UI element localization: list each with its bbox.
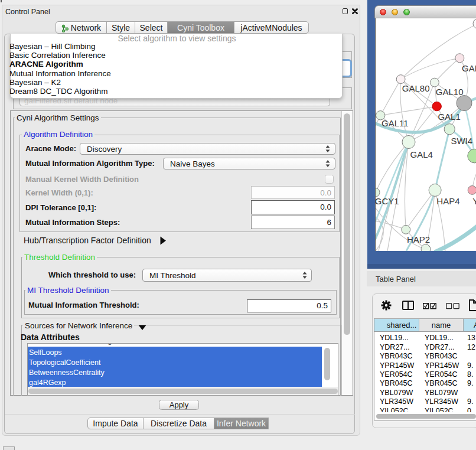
svg-text:SWI4: SWI4 (451, 136, 472, 146)
svg-text:HAP2: HAP2 (407, 234, 430, 244)
svg-text:GAL1: GAL1 (438, 112, 460, 122)
svg-text:GAL80: GAL80 (402, 83, 430, 93)
svg-text:GAL11: GAL11 (382, 118, 409, 128)
svg-text:Y: Y (472, 196, 476, 206)
svg-text:GAL10: GAL10 (436, 87, 464, 97)
svg-text:GAL7: GAL7 (462, 63, 476, 73)
svg-text:GCY1: GCY1 (376, 196, 399, 206)
svg-text:GAL4: GAL4 (410, 149, 433, 159)
svg-text:HAP4: HAP4 (436, 196, 459, 206)
